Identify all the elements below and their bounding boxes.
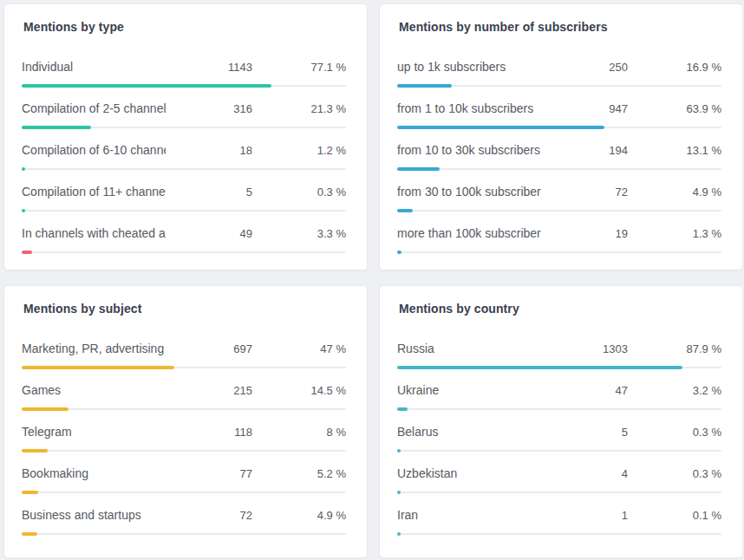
row-label: Marketing, PR, advertising [22, 340, 166, 357]
row-label: Belarus [397, 423, 541, 440]
progress-fill [22, 126, 91, 129]
chart-row: Iran 1 0.1 % [397, 506, 721, 535]
row-label: Compilation of 11+ channels [22, 183, 166, 200]
progress-fill [397, 366, 682, 369]
progress-track [397, 492, 721, 493]
row-percent: 3.3 % [252, 225, 346, 243]
row-percent: 77.1 % [252, 59, 346, 76]
progress-track [22, 168, 346, 170]
progress-fill [22, 532, 37, 536]
progress-track [397, 408, 721, 410]
row-percent: 87.9 % [628, 341, 721, 358]
row-count: 1 [541, 507, 628, 524]
progress-track [397, 127, 721, 128]
progress-fill [397, 491, 401, 494]
chart-card-3: Mentions by subject Marketing, PR, adver… [3, 285, 368, 558]
row-line: from 1 to 10k subscribers 947 63.9 % [397, 100, 721, 118]
card-rows: Individual 1143 77.1 % Compilation of 2-… [22, 58, 346, 253]
card-rows: Russia 1303 87.9 % Ukraine 47 3.2 % Bela… [397, 340, 721, 535]
row-label: Ukraine [397, 381, 541, 399]
card-rows: Marketing, PR, advertising 697 47 % Game… [22, 340, 346, 535]
chart-row: Compilation of 6-10 channels 18 1.2 % [22, 141, 346, 170]
row-line: Bookmaking 77 5.2 % [22, 465, 346, 483]
row-percent: 3.2 % [628, 382, 721, 400]
progress-track [22, 85, 346, 87]
row-label: Compilation of 2-5 channels [22, 100, 166, 117]
row-label: more than 100k subscribers [397, 225, 541, 242]
row-count: 1303 [541, 341, 628, 358]
chart-row: Belarus 5 0.3 % [397, 423, 721, 452]
row-line: Compilation of 2-5 channels 316 21.3 % [22, 100, 346, 118]
chart-row: from 10 to 30k subscribers 194 13.1 % [397, 141, 721, 170]
progress-fill [397, 126, 604, 129]
row-count: 72 [166, 507, 252, 524]
progress-track [397, 85, 721, 87]
row-percent: 8 % [252, 424, 346, 441]
chart-row: Individual 1143 77.1 % [22, 58, 346, 87]
chart-card-4: Mentions by country Russia 1303 87.9 % U… [379, 285, 743, 558]
row-label: In channels with cheated au... [22, 225, 166, 242]
progress-fill [22, 167, 25, 171]
progress-track [397, 210, 721, 212]
row-line: Marketing, PR, advertising 697 47 % [22, 340, 346, 358]
row-label: Business and startups [22, 506, 166, 524]
row-percent: 4.9 % [628, 184, 721, 201]
progress-track [22, 450, 346, 452]
row-percent: 4.9 % [252, 507, 346, 524]
card-title: Mentions by type [23, 18, 346, 36]
row-count: 215 [166, 382, 252, 400]
progress-fill [397, 251, 401, 254]
row-count: 4 [541, 466, 628, 483]
progress-fill [22, 449, 48, 453]
progress-fill [22, 84, 271, 88]
row-line: up to 1k subscribers 250 16.9 % [397, 58, 721, 76]
row-percent: 47 % [252, 341, 346, 358]
row-count: 18 [166, 142, 252, 160]
row-percent: 0.3 % [252, 184, 346, 201]
progress-track [22, 251, 346, 253]
chart-row: Compilation of 2-5 channels 316 21.3 % [22, 100, 346, 128]
chart-row: Uzbekistan 4 0.3 % [397, 465, 721, 493]
progress-fill [22, 251, 32, 254]
row-label: Compilation of 6-10 channels [22, 141, 166, 159]
row-percent: 5.2 % [252, 466, 346, 483]
row-label: Telegram [22, 423, 166, 440]
chart-row: Telegram 118 8 % [22, 423, 346, 452]
progress-track [397, 450, 721, 452]
progress-fill [22, 407, 69, 411]
chart-row: from 30 to 100k subscribers 72 4.9 % [397, 183, 721, 212]
row-count: 77 [166, 466, 252, 483]
row-line: In channels with cheated au... 49 3.3 % [22, 225, 346, 243]
row-line: Iran 1 0.1 % [397, 506, 721, 524]
chart-row: Compilation of 11+ channels 5 0.3 % [22, 183, 346, 212]
progress-track [397, 533, 721, 535]
row-line: more than 100k subscribers 19 1.3 % [397, 225, 721, 243]
chart-row: Ukraine 47 3.2 % [397, 381, 721, 410]
progress-fill [22, 366, 174, 369]
row-count: 49 [166, 225, 252, 243]
row-count: 697 [166, 341, 252, 358]
row-line: Games 215 14.5 % [22, 381, 346, 400]
row-label: from 1 to 10k subscribers [397, 100, 541, 117]
row-label: Bookmaking [22, 465, 166, 482]
row-percent: 1.2 % [252, 142, 346, 160]
row-count: 47 [541, 382, 628, 400]
row-line: Russia 1303 87.9 % [397, 340, 721, 358]
progress-fill [397, 84, 452, 88]
progress-track [22, 533, 346, 535]
row-line: Individual 1143 77.1 % [22, 58, 346, 76]
progress-fill [22, 209, 25, 212]
progress-fill [397, 209, 413, 212]
progress-fill [397, 167, 440, 171]
row-label: from 10 to 30k subscribers [397, 141, 541, 159]
progress-fill [397, 449, 401, 453]
chart-row: Business and startups 72 4.9 % [22, 506, 346, 535]
card-title: Mentions by country [399, 300, 721, 317]
chart-row: from 1 to 10k subscribers 947 63.9 % [397, 100, 721, 128]
row-line: Compilation of 6-10 channels 18 1.2 % [22, 141, 346, 160]
row-percent: 0.3 % [628, 424, 721, 441]
row-count: 947 [541, 101, 628, 118]
row-line: Ukraine 47 3.2 % [397, 381, 721, 400]
progress-track [397, 168, 721, 170]
row-count: 1143 [166, 59, 252, 76]
